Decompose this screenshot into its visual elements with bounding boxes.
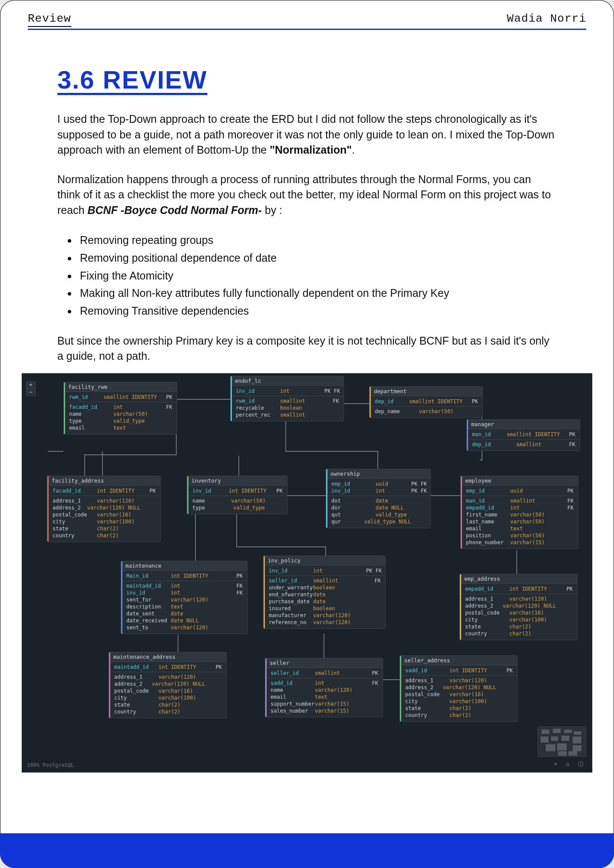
erd-table-body: dep_idsmallint IDENTITYPKdep_namevarchar… (370, 396, 482, 418)
erd-column-row: sadd_idintFK (265, 680, 383, 687)
erd-table-title: facility_rwm (64, 382, 177, 392)
page-title: 3.6 REVIEW (57, 65, 557, 94)
erd-table-facility_address[interactable]: facility_addressfacadd_idint IDENTITYPKa… (47, 476, 161, 542)
erd-column-row: man_idsmallint IDENTITYPK (467, 431, 580, 438)
erd-table-body: Main_idint IDENTITYPKmaintadd_idintFKinv… (121, 571, 247, 634)
erd-table-body: inv_idint IDENTITYPKnamevarchar(50)typev… (187, 486, 287, 514)
paragraph-2-bold-italic: BCNF -Boyce Codd Normal Form- (87, 204, 261, 216)
erd-table-title: inventory (187, 476, 287, 486)
erd-minimap[interactable] (538, 727, 586, 757)
erd-table-body: inv_idintPK FKrwm_idsmallintFKrecycableb… (231, 386, 343, 421)
erd-table-title: manager (467, 420, 580, 429)
erd-table-title: maintenance_address (109, 652, 226, 662)
erd-table-maintenance_address[interactable]: maintenance_addressmaintadd_idint IDENTI… (109, 652, 227, 718)
document-page: Review Wadia Norri 3.6 REVIEW I used the… (0, 0, 614, 868)
erd-table-facility_rwm[interactable]: facility_rwmrwm_idsmallint IDENTITYPKfac… (63, 382, 177, 434)
erd-column-row: sent_tovarchar(120) (121, 624, 247, 631)
paragraph-2b: by : (262, 204, 282, 216)
erd-column-row: emailtext (461, 525, 578, 532)
paragraph-1: I used the Top-Down approach to create t… (57, 112, 557, 158)
erd-table-ownership[interactable]: ownershipemp_iduuidPK FKinv_idintPK FKdo… (326, 469, 431, 528)
erd-column-row: inv_idintFK (121, 589, 247, 596)
erd-column-row: rwm_idsmallint IDENTITYPK (64, 394, 177, 401)
page-content: 3.6 REVIEW I used the Top-Down approach … (57, 65, 557, 378)
zoom-out-button[interactable]: − (26, 389, 35, 396)
erd-column-row: namevarchar(50) (64, 411, 177, 418)
erd-column-row: cityvarchar(100) (460, 616, 577, 623)
erd-column-row: countrychar(2) (109, 708, 226, 715)
erd-column-row: recycableboolean (231, 404, 343, 411)
erd-column-row: address_2varchar(120) NULL (460, 602, 577, 609)
erd-column-row: descriptiontext (121, 603, 247, 610)
erd-table-title: endof_lc (231, 376, 343, 386)
erd-column-row: statechar(2) (47, 525, 160, 532)
erd-column-row: emp_iduuidPK (461, 487, 578, 494)
erd-column-row: inv_idintPK FK (326, 487, 430, 494)
erd-column-row: namevarchar(120) (265, 687, 383, 694)
erd-column-row: percent_recsmallint (231, 411, 343, 418)
erd-column-row: seller_idsmallintPK (265, 670, 383, 677)
erd-table-inventory[interactable]: inventoryinv_idint IDENTITYPKnamevarchar… (187, 476, 287, 514)
erd-table-maintenance[interactable]: maintenanceMain_idint IDENTITYPKmaintadd… (121, 561, 248, 634)
erd-column-row: address_2varchar(120) NULL (47, 504, 160, 511)
erd-column-row: emailtext (265, 694, 383, 700)
erd-column-row: postal_codevarchar(16) (47, 511, 160, 518)
header-author: Wadia Norri (507, 12, 586, 25)
erd-table-manager[interactable]: managerman_idsmallint IDENTITYPKdep_idsm… (466, 419, 580, 451)
erd-column-row: namevarchar(50) (187, 497, 287, 504)
erd-table-inv_policy[interactable]: inv_policyinv_idintPK FKseller_idsmallin… (263, 556, 386, 629)
erd-column-row: facadd_idintFK (64, 404, 177, 411)
erd-column-row: maintadd_idint IDENTITYPK (109, 664, 226, 671)
erd-column-row: qurvalid_type NULL (326, 518, 430, 525)
erd-column-row: phone_numbervarchar(15) (461, 539, 578, 546)
paragraph-1-bold: "Normalization" (270, 144, 352, 156)
erd-column-row: qutvalid_type (326, 511, 430, 518)
erd-column-row: seller_idsmallintFK (264, 577, 385, 584)
erd-column-row: positionvarchar(50) (461, 532, 578, 539)
erd-table-title: emp_address (460, 574, 577, 584)
erd-table-body: man_idsmallint IDENTITYPKdep_idsmallintF… (467, 429, 580, 450)
erd-table-department[interactable]: departmentdep_idsmallint IDENTITYPKdep_n… (369, 386, 483, 418)
erd-column-row: empadd_idintFK (461, 504, 578, 511)
erd-status-bar: 100% PostgreSQL (27, 762, 74, 768)
erd-column-row: dep_idsmallintFK (467, 441, 580, 448)
bullet-item: Fixing the Atomicity (77, 267, 557, 284)
erd-column-row: sadd_idint IDENTITYPK (400, 667, 517, 674)
erd-table-title: seller (265, 658, 383, 668)
erd-column-row: countrychar(2) (47, 532, 160, 539)
erd-column-row: sent_forvarchar(120) (121, 596, 247, 603)
erd-column-row: countrychar(2) (400, 712, 517, 719)
erd-column-row: first_namevarchar(50) (461, 511, 578, 518)
erd-table-seller[interactable]: sellerseller_idsmallintPKsadd_idintFKnam… (265, 658, 383, 717)
page-footer (0, 833, 614, 868)
erd-column-row: typevalid_type (187, 504, 287, 511)
erd-table-title: employee (461, 476, 578, 486)
erd-canvas: + − facility_rwmrwm_idsmallint IDENTITYP… (22, 373, 592, 773)
erd-table-emp_address[interactable]: emp_addressempadd_idint IDENTITYPKaddres… (459, 574, 578, 640)
erd-column-row: postal_codevarchar(16) (400, 691, 517, 698)
erd-column-row: purchase_datedate (264, 598, 385, 605)
erd-column-row: emailtext (64, 424, 177, 431)
erd-column-row: inv_idintPK FK (264, 567, 385, 574)
header-tab: Review (28, 12, 71, 27)
erd-column-row: cityvarchar(100) (400, 698, 517, 705)
erd-column-row: address_1varchar(120) (47, 497, 160, 504)
erd-toolbar-icons[interactable]: • ⌂ ⓘ (554, 760, 586, 768)
zoom-in-button[interactable]: + (26, 381, 35, 389)
erd-column-row: inv_idintPK FK (231, 388, 343, 395)
erd-table-employee[interactable]: employeeemp_iduuidPKman_idsmallintFKempa… (460, 476, 578, 549)
erd-table-title: ownership (326, 469, 430, 479)
zoom-control[interactable]: + − (26, 381, 36, 396)
erd-column-row: rwm_idsmallintFK (231, 398, 343, 404)
erd-table-title: inv_policy (264, 556, 385, 566)
bullet-item: Removing Transitive dependencies (77, 302, 557, 319)
erd-table-endof_lc[interactable]: endof_lcinv_idintPK FKrwm_idsmallintFKre… (230, 376, 344, 421)
erd-column-row: support_numbervarchar(15) (265, 700, 383, 707)
erd-column-row: date_sentdate (121, 610, 247, 617)
erd-table-body: facadd_idint IDENTITYPKaddress_1varchar(… (47, 486, 160, 542)
erd-column-row: typevalid_type (64, 418, 177, 424)
erd-column-row: postal_codevarchar(16) (109, 687, 226, 694)
erd-column-row: statechar(2) (460, 623, 577, 630)
erd-column-row: manufacturervarchar(120) (264, 612, 385, 619)
erd-table-seller_address[interactable]: seller_addresssadd_idint IDENTITYPKaddre… (399, 655, 518, 722)
